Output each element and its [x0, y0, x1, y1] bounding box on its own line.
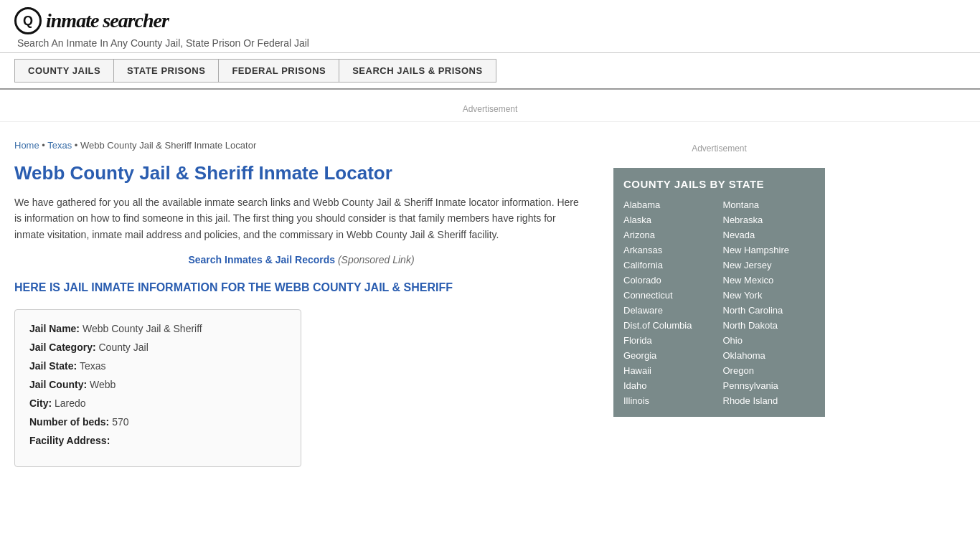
- state-link[interactable]: Illinois: [623, 395, 716, 407]
- state-link[interactable]: Ohio: [723, 334, 816, 347]
- main-nav: COUNTY JAILSSTATE PRISONSFEDERAL PRISONS…: [0, 53, 980, 90]
- state-link[interactable]: North Carolina: [723, 304, 816, 316]
- state-link[interactable]: Colorado: [623, 274, 716, 286]
- logo-area: Q inmate searcher: [14, 7, 966, 34]
- nav-item-state-prisons[interactable]: STATE PRISONS: [113, 59, 219, 83]
- header: Q inmate searcher Search An Inmate In An…: [0, 0, 980, 53]
- search-link-section: Search Inmates & Jail Records (Sponsored…: [14, 254, 588, 265]
- nav-item-county-jails[interactable]: COUNTY JAILS: [14, 59, 114, 83]
- state-link[interactable]: Nevada: [723, 229, 816, 241]
- breadcrumb-state[interactable]: Texas: [47, 140, 72, 151]
- state-link[interactable]: Idaho: [623, 380, 716, 392]
- field-label: Number of beds:: [29, 416, 112, 428]
- nav-list: COUNTY JAILSSTATE PRISONSFEDERAL PRISONS…: [14, 59, 966, 83]
- field-value: County Jail: [98, 342, 148, 353]
- state-link[interactable]: New Mexico: [723, 274, 816, 286]
- state-link[interactable]: North Dakota: [723, 319, 816, 331]
- top-ad: Advertisement: [0, 90, 980, 122]
- info-card: Jail Name: Webb County Jail & SheriffJai…: [14, 309, 301, 467]
- state-link[interactable]: Florida: [623, 334, 716, 347]
- state-link[interactable]: Connecticut: [623, 289, 716, 301]
- page-title: Webb County Jail & Sheriff Inmate Locato…: [14, 162, 588, 184]
- field-label: Jail Category:: [29, 342, 98, 353]
- inmate-info-heading: HERE IS JAIL INMATE INFORMATION FOR THE …: [14, 280, 588, 296]
- nav-item-federal-prisons[interactable]: FEDERAL PRISONS: [218, 59, 339, 83]
- field-label: Jail Name:: [29, 323, 83, 334]
- sidebar-ad: Advertisement: [613, 136, 825, 168]
- state-link[interactable]: Arizona: [623, 229, 716, 241]
- field-label: City:: [29, 397, 55, 409]
- info-field: Jail County: Webb: [29, 379, 286, 390]
- states-grid: AlabamaMontanaAlaskaNebraskaArizonaNevad…: [623, 199, 815, 407]
- field-value: Webb: [90, 379, 116, 390]
- state-link[interactable]: California: [623, 259, 716, 271]
- content-area: Home • Texas • Webb County Jail & Sherif…: [14, 129, 603, 481]
- logo-text: inmate searcher: [46, 9, 169, 32]
- state-link[interactable]: Georgia: [623, 349, 716, 362]
- breadcrumb-sep2: •: [75, 140, 80, 151]
- field-label: Jail County:: [29, 379, 90, 390]
- field-label: Facility Address:: [29, 435, 110, 446]
- field-value: Webb County Jail & Sheriff: [83, 323, 202, 334]
- description: We have gathered for you all the availab…: [14, 194, 588, 242]
- state-link[interactable]: Alaska: [623, 214, 716, 226]
- sponsored-label: (Sponsored Link): [338, 254, 415, 265]
- field-label: Jail State:: [29, 360, 80, 372]
- county-jails-title: COUNTY JAILS BY STATE: [623, 178, 815, 190]
- field-value: Laredo: [55, 397, 86, 409]
- breadcrumb: Home • Texas • Webb County Jail & Sherif…: [14, 140, 588, 151]
- info-field: Jail Category: County Jail: [29, 342, 286, 353]
- breadcrumb-home[interactable]: Home: [14, 140, 39, 151]
- search-inmates-link[interactable]: Search Inmates & Jail Records: [188, 254, 335, 265]
- field-value: Texas: [80, 360, 106, 372]
- state-link[interactable]: Oklahoma: [723, 349, 816, 362]
- info-field: City: Laredo: [29, 397, 286, 409]
- state-link[interactable]: Nebraska: [723, 214, 816, 226]
- tagline: Search An Inmate In Any County Jail, Sta…: [17, 37, 966, 49]
- state-link[interactable]: New Jersey: [723, 259, 816, 271]
- logo-icon: Q: [14, 7, 42, 34]
- state-link[interactable]: Delaware: [623, 304, 716, 316]
- field-value: 570: [112, 416, 128, 428]
- info-field: Jail Name: Webb County Jail & Sheriff: [29, 323, 286, 334]
- state-link[interactable]: Alabama: [623, 199, 716, 211]
- state-link[interactable]: Rhode Island: [723, 395, 816, 407]
- breadcrumb-current: Webb County Jail & Sheriff Inmate Locato…: [80, 140, 256, 151]
- state-link[interactable]: Arkansas: [623, 244, 716, 256]
- info-field: Number of beds: 570: [29, 416, 286, 428]
- nav-item-search-jails-and-prisons[interactable]: SEARCH JAILS & PRISONS: [339, 59, 496, 83]
- info-field: Jail State: Texas: [29, 360, 286, 372]
- state-link[interactable]: New York: [723, 289, 816, 301]
- state-link[interactable]: New Hampshire: [723, 244, 816, 256]
- state-link[interactable]: Montana: [723, 199, 816, 211]
- info-field: Facility Address:: [29, 435, 286, 446]
- state-link[interactable]: Pennsylvania: [723, 380, 816, 392]
- county-jails-box: COUNTY JAILS BY STATE AlabamaMontanaAlas…: [613, 168, 825, 417]
- sidebar: Advertisement COUNTY JAILS BY STATE Alab…: [603, 129, 825, 481]
- state-link[interactable]: Oregon: [723, 364, 816, 377]
- state-link[interactable]: Dist.of Columbia: [623, 319, 716, 331]
- main-layout: Home • Texas • Webb County Jail & Sherif…: [0, 129, 861, 481]
- state-link[interactable]: Hawaii: [623, 364, 716, 377]
